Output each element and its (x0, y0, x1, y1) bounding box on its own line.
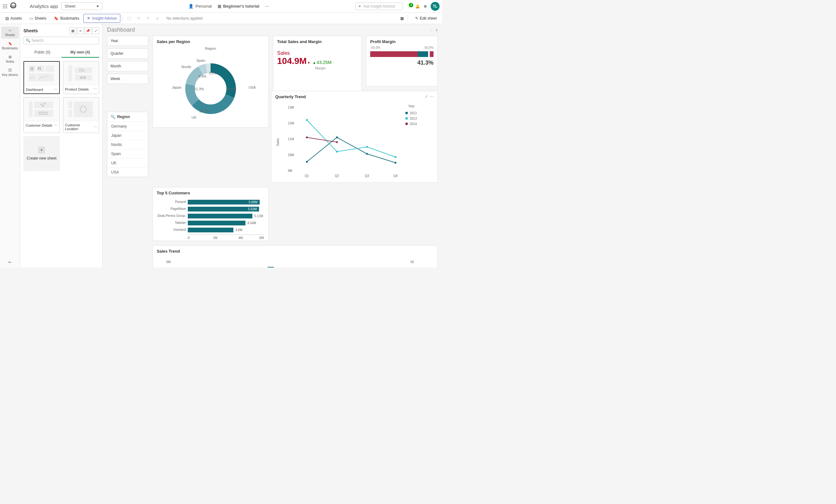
step-fwd-icon[interactable]: ⟳ (145, 16, 150, 21)
svg-point-8 (6, 7, 7, 8)
tab-public[interactable]: Public (0) (23, 47, 61, 58)
svg-rect-27 (34, 101, 53, 108)
assets-icon: ▤ (5, 16, 9, 21)
svg-text:9M: 9M (288, 169, 292, 173)
thumb-more-icon[interactable]: ⋯ (54, 123, 58, 127)
svg-text:2012: 2012 (410, 112, 417, 115)
filter-month[interactable]: Month (107, 61, 148, 71)
clear-selections-icon[interactable]: ⊘ (155, 16, 160, 21)
filter-quarter[interactable]: Quarter (107, 49, 148, 59)
svg-point-62 (395, 162, 397, 164)
rail-sheets[interactable]: ▭Sheets (1, 26, 19, 39)
svg-point-12 (30, 67, 34, 71)
sales-trend-card[interactable]: Sales Trend Sales Margin (%) 6M4M2M 5040… (153, 245, 438, 268)
insight-search-placeholder: Ask Insight Advisor (363, 4, 395, 8)
profit-title: Profit Margin (370, 39, 434, 44)
svg-rect-22 (83, 69, 84, 72)
filter-year[interactable]: Year (107, 36, 148, 46)
more-icon[interactable]: ⋯ (430, 94, 434, 101)
app-icon: ▦ (217, 4, 221, 8)
svg-rect-21 (81, 68, 82, 72)
grid-view-icon[interactable]: ▦ (400, 16, 404, 21)
add-icon[interactable]: ⊕ (424, 4, 427, 8)
svg-rect-25 (83, 76, 86, 79)
svg-text:6M: 6M (259, 236, 264, 240)
view-list-icon[interactable]: ≡ (77, 27, 84, 34)
sheet-thumb-product[interactable]: Product Details⋯ (63, 61, 99, 94)
bell-icon[interactable]: 🔔 (415, 4, 420, 8)
region-item[interactable]: UK (107, 159, 148, 168)
rail-notes-label: Notes (6, 60, 14, 63)
svg-point-4 (5, 6, 6, 7)
fullscreen-icon[interactable]: ⤢ (425, 94, 428, 101)
region-item[interactable]: Germany (107, 122, 148, 131)
more-menu[interactable]: ⋯ (265, 4, 269, 8)
profit-margin-card[interactable]: Profit Margin -50.0% 50.0% 41.3% (366, 36, 438, 86)
top5-customers-card[interactable]: Top 5 Customers ParacelPageWaveDeak-Pere… (153, 187, 268, 241)
tutorial-button[interactable]: ▦Beginner's tutorial (217, 4, 259, 8)
step-back-icon[interactable]: ⟲ (136, 16, 141, 21)
svg-point-65 (366, 146, 368, 148)
rail-notes[interactable]: ▤Notes (1, 53, 19, 65)
svg-text:9.9%: 9.9% (198, 74, 207, 78)
svg-point-3 (3, 6, 4, 7)
region-item[interactable]: USA (107, 168, 148, 177)
svg-point-59 (306, 161, 308, 163)
assets-button[interactable]: ▤Assets (2, 14, 25, 23)
dashboard-title: Dashboard (107, 26, 135, 33)
help-button[interactable]: ❔ 3 (406, 4, 411, 8)
svg-point-7 (5, 7, 6, 8)
bookmarks-button[interactable]: 🔖Bookmarks (50, 14, 83, 23)
thumb-more-icon[interactable]: ⋯ (93, 87, 97, 91)
sheets-label: Sheets (35, 16, 46, 21)
apps-grid-icon[interactable] (2, 4, 7, 9)
sheet-thumb-customer-location[interactable]: Customer Location⋯ (63, 97, 99, 133)
sales-trend-title: Sales Trend (157, 249, 434, 254)
edit-sheet-label: Edit sheet (420, 16, 437, 21)
pin-icon[interactable]: 📌 (84, 27, 92, 34)
rail-keydrivers[interactable]: ⚿Key drivers (1, 66, 19, 78)
svg-text:Region: Region (205, 46, 216, 50)
search-icon[interactable]: 🔍 (111, 115, 115, 119)
filter-week[interactable]: Week (107, 74, 148, 84)
svg-rect-87 (188, 221, 245, 226)
sheets-button[interactable]: ▭Sheets (26, 14, 50, 23)
sheet-dropdown[interactable]: Sheet ▾ (61, 2, 102, 10)
user-avatar[interactable]: TL (431, 2, 439, 11)
tab-myown[interactable]: My own (4) (61, 47, 99, 58)
plus-icon: + (38, 147, 45, 154)
region-item[interactable]: Japan (107, 131, 148, 140)
bookmarks-label: Bookmarks (60, 16, 79, 21)
region-item[interactable]: Nordic (107, 140, 148, 150)
insight-advisor-button[interactable]: 👁Insight Advisor (83, 14, 120, 23)
quarterly-trend-card[interactable]: Quarterly Trend ⤢⋯ Sales 13M12M11M10M9M … (271, 91, 438, 183)
region-item[interactable]: Spain (107, 150, 148, 159)
region-title: Region (117, 115, 130, 119)
help-badge: 3 (409, 3, 413, 7)
prev-sheet-icon[interactable]: ‹ (431, 26, 433, 33)
personal-button[interactable]: 👤Personal (188, 4, 211, 8)
thumb-more-icon[interactable]: ⋯ (54, 88, 57, 92)
create-new-sheet[interactable]: + Create new sheet (23, 136, 60, 171)
svg-text:4.54M: 4.54M (247, 221, 256, 225)
svg-text:5.11M: 5.11M (254, 214, 263, 218)
rail-keydrivers-label: Key drivers (2, 73, 18, 77)
svg-text:12M: 12M (288, 121, 294, 125)
svg-text:Userland: Userland (173, 228, 186, 231)
bookmark-icon: 🔖 (8, 42, 12, 45)
kpi-title: Total Sales and Margin (277, 39, 358, 44)
sheets-panel-title: Sheets (23, 28, 38, 33)
smart-select-icon[interactable]: ⬚ (126, 16, 131, 21)
edit-sheet-button[interactable]: ✎Edit sheet (412, 14, 440, 23)
svg-point-63 (306, 119, 308, 121)
collapse-rail-icon[interactable]: ⇤ (8, 260, 12, 264)
thumb-more-icon[interactable]: ⋯ (93, 125, 97, 129)
sheet-thumb-customer-details[interactable]: Customer Details⋯ (23, 97, 60, 133)
sheet-thumb-dashboard[interactable]: #1 Dashboard⋯ (23, 61, 60, 94)
rail-bookmarks[interactable]: 🔖Bookmarks (1, 40, 19, 52)
next-sheet-icon[interactable]: › (436, 26, 438, 33)
expand-icon[interactable]: ⤢ (92, 27, 99, 34)
sheets-search[interactable]: 🔍 Search (23, 37, 99, 44)
insight-search[interactable]: ✦ Ask Insight Advisor (355, 2, 403, 10)
view-grid-icon[interactable]: ▦ (69, 27, 76, 34)
